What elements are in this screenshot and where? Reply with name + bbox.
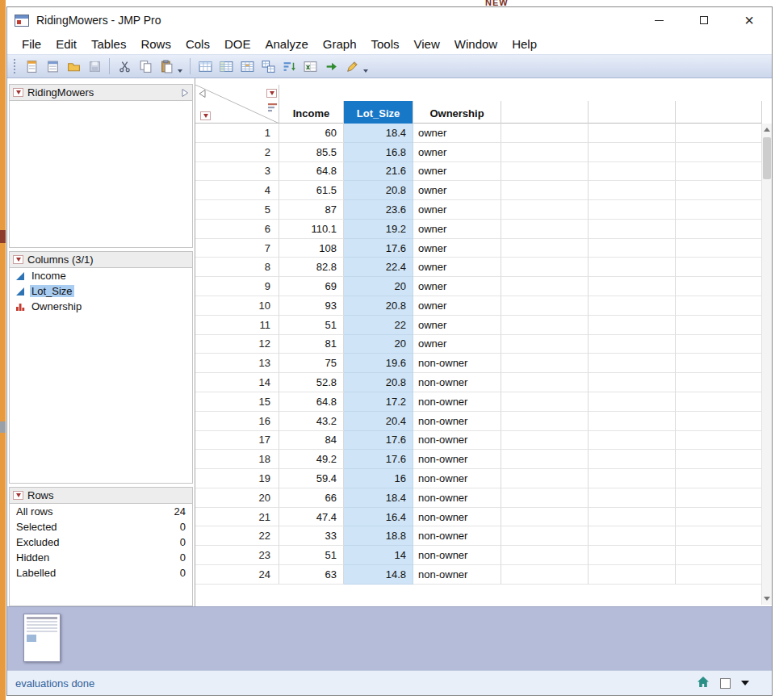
lot-size-cell[interactable]: 20.8 — [344, 181, 413, 200]
lot-size-cell[interactable]: 16 — [344, 469, 413, 488]
column-item-lot_size[interactable]: Lot_Size — [10, 283, 192, 299]
income-cell[interactable]: 85.5 — [279, 143, 344, 162]
column-header-ownership[interactable]: Ownership — [413, 101, 501, 124]
column-item-ownership[interactable]: Ownership — [10, 299, 192, 314]
row-number-cell[interactable]: 11 — [195, 316, 279, 335]
ownership-cell[interactable]: non-owner — [413, 373, 501, 392]
income-cell[interactable]: 47.4 — [279, 508, 344, 527]
ownership-cell[interactable]: non-owner — [413, 412, 501, 431]
new-data-table-icon[interactable] — [23, 57, 40, 75]
ownership-cell[interactable]: owner — [413, 296, 501, 316]
lot-size-cell[interactable]: 17.2 — [344, 392, 413, 412]
row-number-cell[interactable]: 9 — [195, 277, 279, 296]
ownership-cell[interactable]: owner — [413, 200, 501, 220]
scrollbar-thumb[interactable] — [763, 137, 771, 179]
lot-size-cell[interactable]: 14 — [344, 546, 413, 565]
income-cell[interactable]: 66 — [279, 488, 344, 508]
income-cell[interactable]: 49.2 — [279, 450, 344, 469]
menu-rows[interactable]: Rows — [133, 36, 178, 52]
income-cell[interactable]: 59.4 — [279, 469, 344, 488]
ownership-cell[interactable]: non-owner — [413, 354, 501, 373]
ownership-cell[interactable]: owner — [413, 162, 501, 182]
lot-size-cell[interactable]: 20.4 — [344, 412, 413, 431]
lot-size-cell[interactable]: 16.8 — [344, 143, 413, 162]
income-cell[interactable]: 108 — [279, 239, 344, 258]
menu-window[interactable]: Window — [447, 36, 505, 52]
row-number-cell[interactable]: 3 — [195, 162, 279, 182]
new-journal-icon[interactable] — [44, 57, 61, 75]
row-number-cell[interactable]: 2 — [195, 143, 279, 162]
lot-size-cell[interactable]: 19.6 — [344, 354, 413, 373]
paste-icon[interactable] — [157, 57, 175, 75]
income-cell[interactable]: 52.8 — [279, 373, 344, 392]
income-cell[interactable]: 64.8 — [279, 162, 344, 182]
sort-icon[interactable] — [280, 57, 298, 75]
menu-doe[interactable]: DOE — [217, 36, 258, 52]
row-number-cell[interactable]: 17 — [195, 431, 279, 451]
income-cell[interactable]: 110.1 — [279, 220, 344, 239]
copy-icon[interactable] — [136, 57, 154, 75]
ownership-cell[interactable]: non-owner — [413, 526, 501, 546]
row-number-cell[interactable]: 24 — [195, 565, 279, 585]
toolbar-drag-handle[interactable] — [14, 59, 16, 73]
lot-size-cell[interactable]: 17.6 — [344, 239, 413, 258]
income-cell[interactable]: 63 — [279, 565, 344, 585]
menu-tools[interactable]: Tools — [364, 36, 407, 52]
income-cell[interactable]: 64.8 — [279, 392, 344, 412]
rows-header-menu-icon[interactable] — [200, 111, 211, 120]
collapse-panels-icon[interactable] — [198, 87, 207, 102]
cut-icon[interactable] — [115, 57, 133, 75]
income-cell[interactable]: 93 — [279, 296, 344, 316]
lot-size-cell[interactable]: 20.8 — [344, 296, 413, 316]
menu-view[interactable]: View — [407, 36, 447, 52]
window-layout-icon[interactable] — [720, 678, 731, 689]
lot-size-cell[interactable]: 19.2 — [344, 220, 413, 239]
menu-file[interactable]: File — [15, 36, 48, 52]
row-number-cell[interactable]: 15 — [195, 392, 279, 412]
menu-graph[interactable]: Graph — [316, 36, 364, 52]
lot-size-cell[interactable]: 17.6 — [344, 450, 413, 469]
lot-size-cell[interactable]: 18.4 — [344, 124, 413, 143]
ownership-cell[interactable]: owner — [413, 239, 501, 258]
income-cell[interactable]: 87 — [279, 200, 344, 220]
column-item-income[interactable]: Income — [10, 268, 192, 283]
income-cell[interactable]: 33 — [279, 526, 344, 546]
row-number-cell[interactable]: 18 — [195, 450, 279, 469]
columns-header-menu-icon[interactable] — [266, 89, 277, 98]
ownership-cell[interactable]: non-owner — [413, 508, 501, 527]
ownership-cell[interactable]: owner — [413, 181, 501, 200]
ownership-cell[interactable]: non-owner — [413, 469, 501, 488]
income-cell[interactable]: 43.2 — [279, 412, 344, 431]
menu-tables[interactable]: Tables — [84, 36, 133, 52]
summary-table-icon[interactable] — [217, 57, 235, 75]
ownership-cell[interactable]: owner — [413, 220, 501, 239]
row-number-cell[interactable]: 20 — [195, 488, 279, 508]
columns-menu-red-triangle-icon[interactable] — [13, 255, 23, 264]
row-number-cell[interactable]: 12 — [195, 335, 279, 354]
lot-size-cell[interactable]: 21.6 — [344, 162, 413, 182]
ownership-cell[interactable]: non-owner — [413, 546, 501, 565]
ownership-cell[interactable]: owner — [413, 335, 501, 354]
lot-size-cell[interactable]: 18.8 — [344, 526, 413, 546]
open-icon[interactable] — [65, 57, 82, 75]
lot-size-cell[interactable]: 23.6 — [344, 200, 413, 220]
menu-cols[interactable]: Cols — [178, 36, 217, 52]
ownership-cell[interactable]: non-owner — [413, 431, 501, 451]
menu-help[interactable]: Help — [505, 36, 544, 52]
row-number-cell[interactable]: 16 — [195, 412, 279, 431]
lot-size-cell[interactable]: 16.4 — [344, 508, 413, 527]
close-button[interactable]: × — [727, 7, 772, 33]
row-number-cell[interactable]: 7 — [195, 239, 279, 258]
data-table-icon[interactable] — [196, 57, 214, 75]
join-table-icon[interactable] — [259, 57, 277, 75]
lot-size-cell[interactable]: 20.8 — [344, 373, 413, 392]
home-icon[interactable] — [697, 676, 710, 691]
lot-size-cell[interactable]: 17.6 — [344, 431, 413, 451]
minimize-button[interactable] — [636, 7, 681, 33]
scroll-up-icon[interactable] — [762, 124, 772, 136]
maximize-button[interactable] — [681, 7, 727, 33]
row-number-cell[interactable]: 14 — [195, 373, 279, 392]
toolbar-overflow-chevron-icon[interactable] — [363, 69, 368, 73]
lot-size-cell[interactable]: 22 — [344, 316, 413, 335]
row-number-cell[interactable]: 6 — [195, 220, 279, 239]
